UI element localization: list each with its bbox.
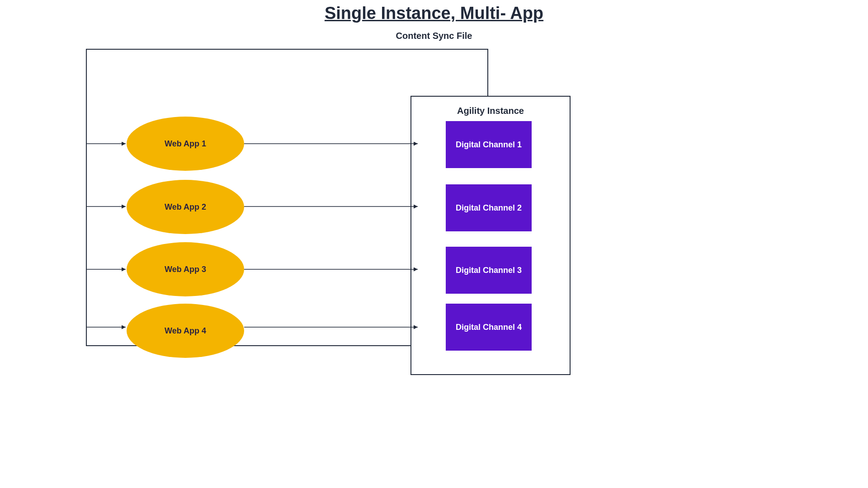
diagram-title: Single Instance, Multi- App — [0, 4, 868, 23]
channel-node-3: Digital Channel 3 — [446, 247, 532, 294]
channel-label: Digital Channel 2 — [456, 203, 522, 213]
webapp-node-2: Web App 2 — [127, 180, 244, 234]
diagram-subtitle: Content Sync File — [0, 31, 868, 41]
channel-label: Digital Channel 4 — [456, 323, 522, 332]
webapp-label: Web App 4 — [165, 326, 206, 336]
webapp-label: Web App 1 — [165, 139, 206, 149]
webapp-node-1: Web App 1 — [127, 117, 244, 171]
webapp-node-3: Web App 3 — [127, 242, 244, 296]
channel-node-4: Digital Channel 4 — [446, 304, 532, 351]
webapp-label: Web App 3 — [165, 265, 206, 274]
instance-title: Agility Instance — [411, 106, 570, 116]
webapp-node-4: Web App 4 — [127, 304, 244, 358]
channel-node-2: Digital Channel 2 — [446, 184, 532, 231]
webapp-label: Web App 2 — [165, 202, 206, 212]
channel-node-1: Digital Channel 1 — [446, 121, 532, 168]
channel-label: Digital Channel 3 — [456, 266, 522, 275]
channel-label: Digital Channel 1 — [456, 140, 522, 150]
diagram-stage: Single Instance, Multi- App Content Sync… — [0, 0, 868, 488]
